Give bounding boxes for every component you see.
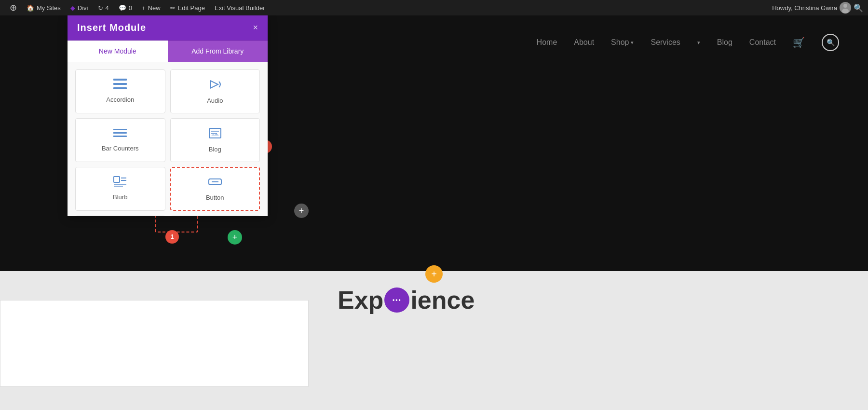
experience-section: Exp ience <box>338 286 475 314</box>
svg-point-1 <box>842 9 849 14</box>
svg-marker-8 <box>210 81 218 88</box>
row-badge-1[interactable]: 1 <box>165 230 179 244</box>
exp-dot-decoration <box>384 287 409 313</box>
module-accordion[interactable]: Accordion <box>75 69 165 113</box>
module-blurb[interactable]: Blurb <box>75 167 165 211</box>
svg-point-0 <box>843 4 847 8</box>
my-sites-button[interactable]: 🏠 My Sites <box>22 0 66 15</box>
module-call-to-action[interactable]: Call To Action <box>75 216 165 216</box>
experience-title: Exp ience <box>338 286 475 314</box>
admin-user-info: Howdy, Christina Gwira 🔍 <box>772 2 863 14</box>
add-section-icon: + <box>431 269 437 280</box>
audio-icon <box>208 79 222 93</box>
tab-add-from-library[interactable]: Add From Library <box>168 41 268 62</box>
svg-rect-15 <box>209 128 221 138</box>
new-plus-icon: + <box>142 4 146 12</box>
module-bar-counters[interactable]: Bar Counters <box>75 118 165 162</box>
bar-counters-label: Bar Counters <box>102 145 139 152</box>
panel-close-button[interactable]: × <box>253 23 258 33</box>
panel-header: Insert Module × <box>68 15 268 41</box>
audio-label: Audio <box>207 97 223 104</box>
updates-icon: ↻ <box>98 4 103 12</box>
add-section-button[interactable]: + <box>425 265 443 283</box>
svg-rect-5 <box>113 79 127 81</box>
blog-label: Blog <box>209 146 221 153</box>
exit-vb-button[interactable]: Exit Visual Builder <box>210 0 270 15</box>
svg-rect-10 <box>113 129 122 130</box>
panel-tabs: New Module Add From Library <box>68 41 268 62</box>
nav-services[interactable]: Services <box>651 38 680 47</box>
wp-icon: ⊕ <box>10 2 17 13</box>
divi-icon: ◆ <box>70 4 75 12</box>
nav-contact[interactable]: Contact <box>749 38 776 47</box>
nav-services-chevron: ▾ <box>697 40 700 46</box>
exp-text-before: Exp <box>338 286 383 314</box>
comments-button[interactable]: 💬 0 <box>114 0 137 15</box>
nav-about[interactable]: About <box>574 38 594 47</box>
svg-rect-6 <box>113 83 127 85</box>
nav-home[interactable]: Home <box>537 38 557 47</box>
search-button[interactable]: 🔍 <box>822 34 839 51</box>
home-icon: 🏠 <box>27 4 34 12</box>
blurb-label: Blurb <box>113 193 127 201</box>
add-column-green-button[interactable]: + <box>228 230 242 245</box>
module-grid: Accordion Audio <box>68 62 268 216</box>
module-blog[interactable]: Blog <box>170 118 260 162</box>
svg-rect-12 <box>113 132 124 134</box>
new-button[interactable]: + New <box>137 0 165 15</box>
search-icon: 🔍 <box>827 39 835 46</box>
add-column-icon: + <box>299 206 304 216</box>
comments-icon: 💬 <box>119 4 126 12</box>
divi-button[interactable]: ◆ Divi <box>66 0 93 15</box>
module-button[interactable]: Button <box>170 167 260 211</box>
svg-rect-7 <box>113 87 127 89</box>
shop-chevron: ▾ <box>631 40 634 46</box>
accordion-label: Accordion <box>106 96 134 103</box>
updates-button[interactable]: ↻ 4 <box>93 0 114 15</box>
blurb-icon <box>113 176 127 190</box>
svg-rect-18 <box>114 177 120 182</box>
tab-new-module[interactable]: New Module <box>68 41 168 62</box>
button-icon <box>208 177 222 190</box>
left-panel-thumbnail <box>0 300 309 387</box>
edit-icon: ✏ <box>170 4 176 12</box>
panel-title: Insert Module <box>77 22 146 33</box>
add-column-green-icon: + <box>232 232 238 243</box>
user-avatar <box>840 2 851 14</box>
edit-page-button[interactable]: ✏ Edit Page <box>165 0 210 15</box>
cart-icon[interactable]: 🛒 <box>793 37 805 48</box>
module-audio[interactable]: Audio <box>170 69 260 113</box>
blog-icon <box>208 127 222 142</box>
page-wrapper: Home About Shop ▾ Services ▾ Blog Contac… <box>0 15 868 410</box>
admin-bar: ⊕ 🏠 My Sites ◆ Divi ↻ 4 💬 0 + New ✏ Edit… <box>0 0 868 15</box>
insert-module-panel: Insert Module × New Module Add From Libr… <box>68 15 268 216</box>
site-nav: Home About Shop ▾ Services ▾ Blog Contac… <box>537 34 839 51</box>
button-label: Button <box>206 194 224 201</box>
module-circle-counter[interactable]: Circle Counter <box>170 216 260 216</box>
admin-search-icon[interactable]: 🔍 <box>854 3 863 13</box>
nav-shop[interactable]: Shop ▾ <box>611 38 634 47</box>
wp-logo-button[interactable]: ⊕ <box>5 0 22 15</box>
nav-blog[interactable]: Blog <box>717 38 732 47</box>
svg-rect-14 <box>113 136 120 137</box>
accordion-icon <box>113 79 127 92</box>
exp-text-after: ience <box>410 286 475 314</box>
add-column-button[interactable]: + <box>294 204 309 218</box>
bar-counters-icon <box>113 127 127 141</box>
